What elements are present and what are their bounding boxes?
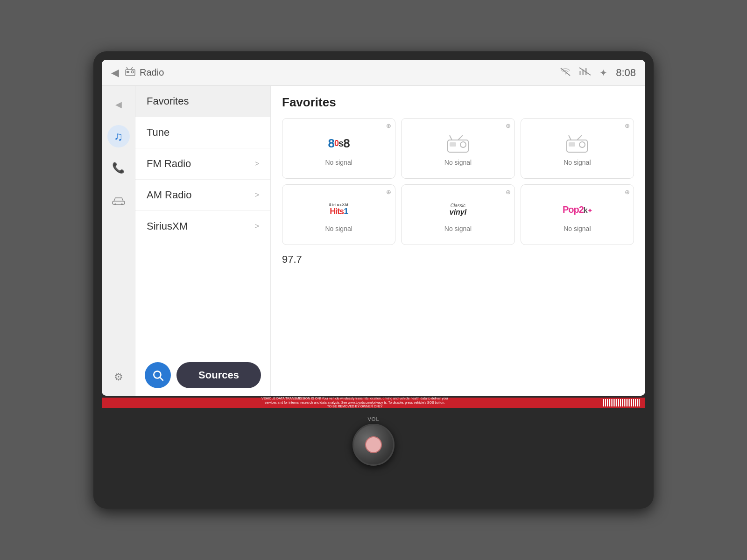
svg-line-22 [577, 135, 582, 140]
signal-mute-icon [579, 67, 591, 78]
knob-sticker [365, 436, 382, 453]
favorite-card-3[interactable]: ⊕ No signal [521, 118, 634, 179]
chevron-right-icon: > [255, 222, 259, 231]
screen: ◀ Radio [102, 60, 645, 396]
pin-icon-1: ⊕ [386, 122, 391, 129]
sidebar-item-music[interactable]: ♫ [107, 125, 130, 147]
logo-80s8: 8 0 s 8 [318, 132, 360, 155]
signal-label-3: No signal [564, 159, 591, 166]
signal-label-1: No signal [325, 159, 352, 166]
chevron-right-icon: > [255, 191, 259, 199]
nav-label-fm-radio: FM Radio [147, 158, 191, 170]
svg-point-11 [114, 203, 116, 205]
wifi-off-icon [560, 68, 571, 78]
pin-icon-3: ⊕ [625, 122, 630, 129]
sticker-bar: VEHICLE DATA TRANSMISSION IS ON! Your ve… [102, 398, 645, 408]
logo-hits1: SiriusXM Hits1 [318, 198, 360, 221]
section-title: Favorites [282, 95, 634, 110]
radio-icon [125, 67, 136, 79]
nav-item-favorites[interactable]: Favorites [135, 86, 270, 117]
svg-rect-3 [127, 71, 129, 73]
car-surround: ◀ Radio [93, 51, 654, 509]
svg-point-19 [460, 142, 466, 147]
pin-icon-2: ⊕ [506, 122, 511, 129]
favorite-card-2[interactable]: ⊕ No signal [401, 118, 514, 179]
signal-label-2: No signal [444, 159, 472, 166]
svg-line-16 [450, 135, 452, 140]
logo-classic-vinyl: Classic vinyl [437, 198, 479, 221]
nav-item-am-radio[interactable]: AM Radio > [135, 180, 270, 211]
sticker-text: VEHICLE DATA TRANSMISSION IS ON! Your ve… [106, 397, 603, 408]
sources-button[interactable]: Sources [176, 362, 261, 388]
bluetooth-icon: ✦ [599, 67, 607, 78]
signal-label-6: No signal [564, 225, 591, 232]
sidebar-item-settings[interactable]: ⚙ [107, 366, 130, 388]
back-button[interactable]: ◀ [111, 67, 119, 79]
svg-rect-10 [113, 201, 125, 204]
volume-knob[interactable] [352, 424, 395, 466]
svg-line-17 [458, 135, 463, 140]
knob-area: VOL [102, 408, 645, 506]
current-station: 97.7 [282, 253, 634, 266]
svg-line-14 [160, 378, 163, 380]
barcode [603, 399, 641, 406]
sidebar-item-phone[interactable]: 📞 [107, 157, 130, 179]
nav-item-tune[interactable]: Tune [135, 117, 270, 148]
clock: 8:08 [616, 67, 636, 79]
nav-bottom-actions: Sources [135, 355, 270, 396]
nav-label-tune: Tune [147, 126, 169, 139]
nav-label-siriusxm: SiriusXM [147, 220, 188, 232]
main-content: ◀ ♫ 📞 ⚙ Favorites [102, 86, 645, 396]
nav-label-am-radio: AM Radio [147, 189, 192, 201]
pin-icon-6: ⊕ [625, 189, 630, 196]
pin-icon-4: ⊕ [386, 189, 391, 196]
vol-label: VOL [367, 416, 379, 422]
favorite-card-6[interactable]: ⊕ Pop2k✦ No signal [521, 184, 634, 245]
favorite-card-5[interactable]: ⊕ Classic vinyl No signal [401, 184, 514, 245]
volume-knob-wrap: VOL [352, 416, 395, 466]
svg-point-24 [579, 142, 585, 147]
top-bar: ◀ Radio [102, 60, 645, 86]
logo-radio-2 [437, 132, 479, 155]
pin-icon-5: ⊕ [506, 189, 511, 196]
search-button[interactable] [145, 362, 171, 388]
nav-item-fm-radio[interactable]: FM Radio > [135, 148, 270, 180]
svg-point-4 [132, 70, 134, 73]
sidebar-item-car[interactable] [107, 189, 130, 211]
favorite-card-4[interactable]: ⊕ SiriusXM Hits1 No signal [282, 184, 395, 245]
page-title: Radio [140, 67, 560, 78]
signal-label-4: No signal [325, 225, 352, 232]
status-bar: ✦ 8:08 [560, 67, 636, 79]
svg-rect-23 [569, 142, 575, 147]
svg-rect-6 [579, 71, 581, 75]
left-panel: Favorites Tune FM Radio > AM Radio > Sir… [135, 86, 271, 396]
sidebar: ◀ ♫ 📞 ⚙ [102, 86, 135, 396]
svg-line-21 [569, 135, 571, 140]
svg-point-12 [121, 203, 123, 205]
favorites-grid: ⊕ 8 0 s 8 No signal ⊕ [282, 118, 634, 245]
nav-item-siriusxm[interactable]: SiriusXM > [135, 211, 270, 242]
chevron-right-icon: > [255, 160, 259, 168]
svg-rect-18 [450, 142, 456, 147]
right-panel: Favorites ⊕ 8 0 s 8 No s [271, 86, 645, 396]
nav-label-favorites: Favorites [147, 95, 189, 107]
sidebar-item-back[interactable]: ◀ [107, 93, 130, 116]
signal-label-5: No signal [444, 225, 472, 232]
favorite-card-1[interactable]: ⊕ 8 0 s 8 No signal [282, 118, 395, 179]
logo-pop2k: Pop2k✦ [556, 198, 598, 221]
logo-radio-3 [556, 132, 598, 155]
